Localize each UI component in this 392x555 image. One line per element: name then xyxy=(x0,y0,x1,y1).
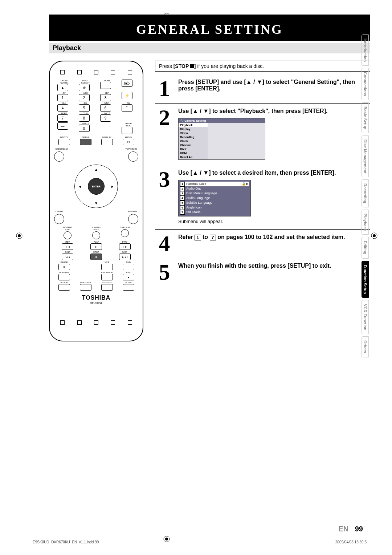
side-tab-index: Introduction Connections Basic Setup Dis… xyxy=(362,35,370,360)
btn-dtv-tv xyxy=(58,139,70,145)
btn-setup xyxy=(80,139,91,145)
step-3-note: Submenu will appear. xyxy=(178,219,370,224)
submenu-parental-lock: Parental Lock xyxy=(186,182,206,186)
btn-top-menu xyxy=(128,151,138,162)
btn-display xyxy=(101,139,113,145)
submenu-disc-menu-lang: Disc Menu Language xyxy=(186,191,217,195)
svg-point-3 xyxy=(18,234,21,237)
remote-model: SE-R0294 xyxy=(54,302,138,304)
section-title: Playback xyxy=(49,43,370,53)
tab-introduction: Introduction xyxy=(362,35,369,66)
btn-num-2: 2 xyxy=(79,94,90,101)
remote-brand: TOSHIBA xyxy=(54,295,138,301)
lbl-input-select: INPUT SELECT xyxy=(79,80,93,84)
menu-item-divx: DivX xyxy=(179,147,208,151)
btn-dubbing xyxy=(58,274,70,280)
footer-filename: E9SK0UD_DVR670KU_EN_v1.1.indd 99 xyxy=(33,540,99,544)
btn-ch-down-icon: ˅ xyxy=(122,104,132,112)
lbl-clear: CLEAR xyxy=(56,210,63,212)
lbl-open-close: OPEN/ CLOSE xyxy=(57,80,71,84)
nav-right-icon: ► xyxy=(111,185,114,189)
tab-others: Others xyxy=(362,336,369,357)
btn-fwd-icon: ►► xyxy=(119,243,131,250)
stop-icon xyxy=(190,64,194,68)
btn-num-9: 9 xyxy=(100,114,111,122)
btn-dash: — xyxy=(57,122,68,130)
step-2: 2 Use [▲ / ▼] to select "Playback", then… xyxy=(155,106,370,165)
svg-point-1 xyxy=(165,15,168,17)
page-title: GENERAL SETTING xyxy=(49,22,370,37)
tab-disc-management: Disc Management xyxy=(362,135,369,178)
btn-enter: ENTER xyxy=(88,178,105,195)
btn-skip-fwd-icon: ►►I xyxy=(119,254,131,260)
submenu-audio-lang: Audio Language xyxy=(186,196,210,200)
btn-num-8: 8 xyxy=(79,114,90,122)
step-2-text: Use [▲ / ▼] to select "Playback", then p… xyxy=(178,108,370,114)
btn-skip-back-icon: I◄◄ xyxy=(62,254,73,260)
btn-audio: ⊂⊃ xyxy=(123,139,134,145)
footer-lang: EN xyxy=(338,525,348,533)
step-5: 5 When you finish with the setting, pres… xyxy=(155,261,370,287)
tab-editing: Editing xyxy=(362,237,369,258)
btn-zoom xyxy=(123,284,134,291)
menu-item-reset-all: Reset All xyxy=(179,155,208,159)
step-1: 1 Press [SETUP] and use [▲ / ▼] to selec… xyxy=(155,77,370,104)
tab-recording: Recording xyxy=(362,179,369,207)
step-4-text: Refer 1 to 7 on pages 100 to 102 and set… xyxy=(178,234,370,240)
btn-dvd xyxy=(123,264,134,270)
ref-box-7: 7 xyxy=(210,235,216,240)
menu-item-clock: Clock xyxy=(179,139,208,143)
btn-return xyxy=(128,214,138,224)
step-5-text: When you finish with the setting, press … xyxy=(178,263,370,269)
step-3-number: 3 xyxy=(155,170,174,224)
btn-rec-mode xyxy=(101,274,113,280)
btn-ch-up-icon: ⚡ xyxy=(122,92,132,99)
page-footer: EN 99 xyxy=(338,525,363,533)
btn-time-slip xyxy=(121,229,129,237)
nav-down-icon: ▼ xyxy=(94,201,98,205)
lbl-timer-prog: TIMER PROG. xyxy=(122,122,135,127)
btn-play-icon: ► xyxy=(90,243,102,250)
btn-speed-play xyxy=(92,231,100,239)
tab-function-setup: Function Setup xyxy=(362,261,369,298)
btn-search xyxy=(101,284,113,291)
step-3-text: Use [▲ / ▼] to select a desired item, th… xyxy=(178,170,370,176)
intro-note: Press [STOP ]] if you are playing back a… xyxy=(155,61,370,72)
btn-rev-icon: ◄◄ xyxy=(62,243,73,250)
playback-submenu-screenshot: 1Parental Lock🔒► 2Audio Out 3Disc Menu L… xyxy=(178,180,251,216)
btn-num-6: 6 xyxy=(100,104,111,112)
menu-item-recording: Recording xyxy=(179,135,208,139)
tab-playback: Playback xyxy=(362,210,369,235)
btn-timer-prog xyxy=(122,127,132,134)
footer-page-number: 99 xyxy=(355,525,363,533)
nav-up-icon: ▲ xyxy=(94,167,98,171)
menu-item-display: Display xyxy=(179,127,208,131)
btn-input-select-icon: ⊕ xyxy=(79,84,90,91)
step-5-number: 5 xyxy=(155,263,174,282)
menu-item-playback: Playback xyxy=(179,123,208,127)
menu-item-hdmi: HDMI xyxy=(179,151,208,155)
remote-illustration: OPEN/ CLOSE▲ INPUT SELECT⊕ HDMI I/⏻ .@/:… xyxy=(49,61,143,341)
tab-connections: Connections xyxy=(362,68,369,100)
submenu-audio-out: Audio Out xyxy=(186,187,201,190)
footer-timestamp: 2009/04/03 15:39:5 xyxy=(335,540,367,544)
btn-rec-icon: ● xyxy=(123,274,134,280)
btn-instant-skip xyxy=(64,231,72,239)
registration-mark-top xyxy=(163,13,170,19)
btn-repeat xyxy=(58,284,70,291)
btn-num-7: 7 xyxy=(57,114,68,122)
btn-num-3: 3 xyxy=(100,94,111,101)
btn-num-5: 5 xyxy=(79,104,90,112)
print-metadata: E9SK0UD_DVR670KU_EN_v1.1.indd 99 2009/04… xyxy=(33,540,367,544)
btn-pause-icon: II xyxy=(58,264,70,270)
lbl-top-menu: TOP MENU xyxy=(126,148,137,150)
menu-item-video: Video xyxy=(179,131,208,135)
btn-clear xyxy=(54,214,64,224)
step-1-text: Press [SETUP] and use [▲ / ▼] to select … xyxy=(178,79,370,92)
submenu-subtitle-lang: Subtitle Language xyxy=(186,201,213,204)
btn-timer-set xyxy=(80,284,91,291)
btn-stop-icon: ■ xyxy=(90,254,102,260)
ref-box-1: 1 xyxy=(195,235,201,240)
step-1-number: 1 xyxy=(155,79,174,98)
registration-mark-left xyxy=(16,232,23,239)
